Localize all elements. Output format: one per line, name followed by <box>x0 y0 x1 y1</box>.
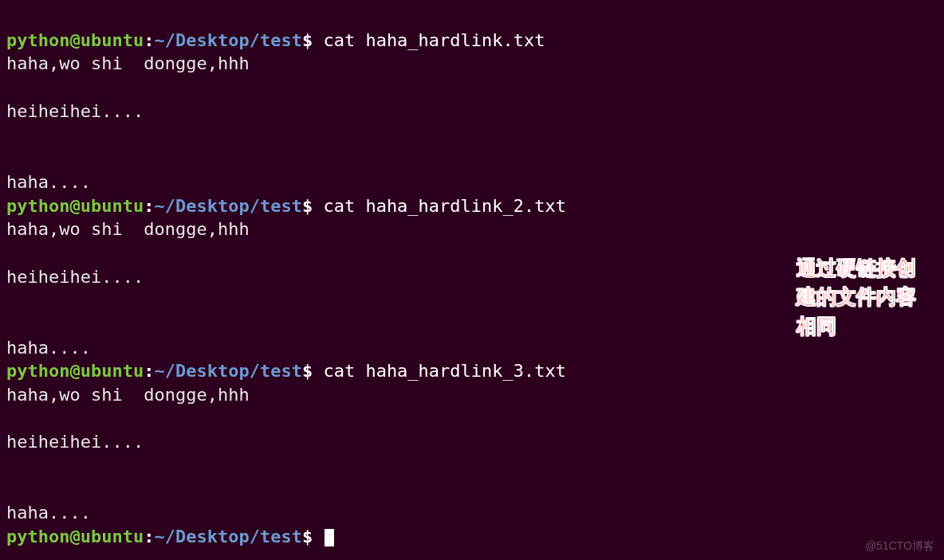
prompt-tilde: ~ <box>154 30 164 50</box>
output-2-5: haha.... <box>6 338 91 358</box>
watermark: @51CTO博客 <box>865 538 934 554</box>
command-3: cat haha_hardlink_3.txt <box>323 361 566 381</box>
command-1: cat haha_hardlink.txt <box>323 30 545 50</box>
prompt-line-1: python@ubuntu:~/Desktop/test$ <box>6 30 313 50</box>
output-1-2: heiheihei.... <box>6 101 144 121</box>
command-2: cat haha_hardlink_2.txt <box>323 196 566 216</box>
annotation-line-3: 相同 <box>796 311 916 340</box>
prompt-at: @ <box>69 30 80 50</box>
output-2-0: haha,wo shi dongge,hhh <box>6 219 250 239</box>
prompt-host: ubuntu <box>81 30 144 50</box>
output-2-2: heiheihei.... <box>6 267 144 287</box>
cursor[interactable] <box>324 529 334 546</box>
annotation-callout: 通过硬链接创 建的文件内容 相同 <box>796 253 916 340</box>
output-1-0: haha,wo shi dongge,hhh <box>6 53 250 73</box>
output-3-2: heiheihei.... <box>6 432 144 452</box>
prompt-path: /Desktop/test <box>165 30 302 50</box>
prompt-user: python <box>6 30 69 50</box>
prompt-dollar: $ <box>302 30 313 50</box>
prompt-colon: : <box>144 30 154 50</box>
output-3-5: haha.... <box>6 503 91 523</box>
output-1-5: haha.... <box>6 172 91 192</box>
prompt-line-2: python@ubuntu:~/Desktop/test$ <box>6 196 313 216</box>
prompt-line-4: python@ubuntu:~/Desktop/test$ <box>6 527 313 546</box>
output-3-0: haha,wo shi dongge,hhh <box>6 385 250 405</box>
annotation-line-1: 通过硬链接创 <box>796 253 916 282</box>
annotation-line-2: 建的文件内容 <box>796 282 916 311</box>
prompt-line-3: python@ubuntu:~/Desktop/test$ <box>6 361 313 381</box>
